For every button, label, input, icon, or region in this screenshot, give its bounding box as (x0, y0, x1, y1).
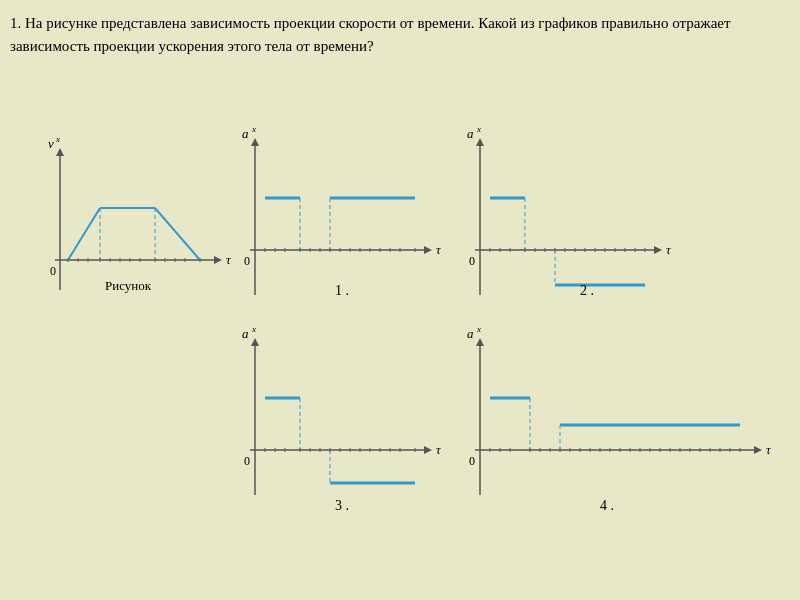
svg-text:τ: τ (226, 252, 232, 267)
svg-text:x: x (55, 134, 60, 144)
svg-text:2 .: 2 . (580, 283, 594, 298)
svg-text:0: 0 (50, 264, 56, 278)
svg-text:v: v (48, 136, 54, 151)
svg-text:x: x (251, 324, 256, 334)
svg-marker-86 (251, 338, 259, 346)
svg-text:Рисунок: Рисунок (105, 278, 152, 293)
svg-text:τ: τ (436, 242, 442, 257)
svg-text:a: a (467, 126, 474, 141)
svg-marker-3 (214, 256, 222, 264)
svg-text:0: 0 (469, 254, 475, 268)
svg-line-10 (155, 208, 200, 260)
svg-text:a: a (467, 326, 474, 341)
svg-marker-57 (476, 138, 484, 146)
question-text: 1. На рисунке представлена зависимость п… (10, 12, 790, 57)
svg-text:a: a (242, 126, 249, 141)
svg-text:x: x (476, 324, 481, 334)
svg-text:3 .: 3 . (335, 498, 349, 513)
svg-text:0: 0 (469, 454, 475, 468)
svg-marker-115 (754, 446, 762, 454)
svg-text:τ: τ (436, 442, 442, 457)
svg-text:0: 0 (244, 254, 250, 268)
svg-marker-87 (424, 446, 432, 454)
svg-marker-114 (476, 338, 484, 346)
svg-marker-2 (56, 148, 64, 156)
svg-text:1 .: 1 . (335, 283, 349, 298)
svg-text:x: x (476, 124, 481, 134)
svg-text:τ: τ (766, 442, 772, 457)
graph-area: v x τ 0 Рисунок a x τ 0 (0, 120, 800, 600)
svg-marker-29 (251, 138, 259, 146)
svg-text:0: 0 (244, 454, 250, 468)
svg-text:4 .: 4 . (600, 498, 614, 513)
svg-line-8 (68, 208, 100, 260)
svg-text:x: x (251, 124, 256, 134)
svg-marker-58 (654, 246, 662, 254)
svg-marker-30 (424, 246, 432, 254)
svg-text:a: a (242, 326, 249, 341)
svg-text:τ: τ (666, 242, 672, 257)
